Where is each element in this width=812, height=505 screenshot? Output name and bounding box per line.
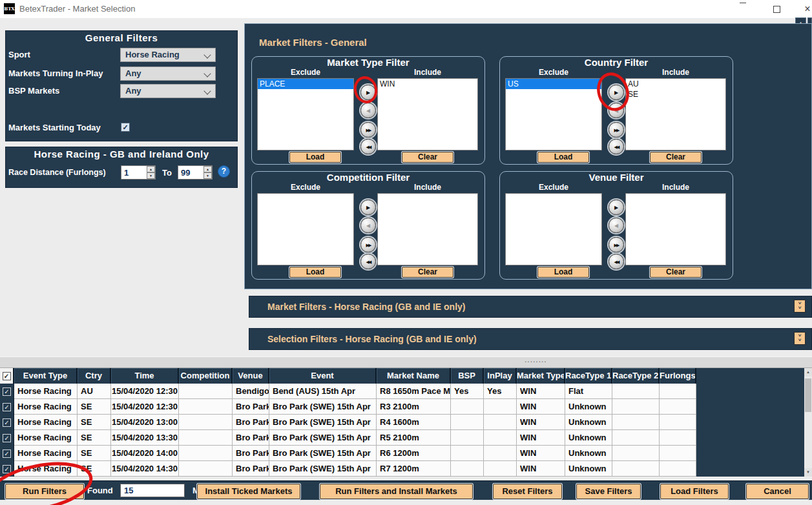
close-button[interactable]: × bbox=[793, 0, 812, 18]
row-checkbox[interactable]: ✓ bbox=[3, 403, 11, 411]
expand-section-button[interactable]: ˅˅ bbox=[794, 300, 806, 313]
move-all-left-button[interactable]: ◀◀ bbox=[609, 254, 624, 269]
spin-down-icon[interactable]: ▼ bbox=[147, 172, 155, 179]
clear-button[interactable]: Clear bbox=[650, 267, 702, 278]
column-header[interactable]: Event bbox=[269, 368, 377, 384]
clear-button[interactable]: Clear bbox=[650, 152, 702, 163]
run-filters-button[interactable]: Run Filters bbox=[5, 484, 84, 499]
clear-button[interactable]: Clear bbox=[402, 267, 453, 278]
move-right-button[interactable]: ▶ bbox=[609, 200, 624, 215]
expand-section-button[interactable]: ˅˅ bbox=[794, 332, 806, 345]
reset-filters-button[interactable]: Reset Filters bbox=[493, 484, 562, 499]
clear-button[interactable]: Clear bbox=[402, 152, 453, 163]
splitter-bar[interactable]: ........ bbox=[0, 356, 812, 368]
sport-dropdown[interactable]: Horse Racing bbox=[120, 48, 216, 62]
include-listbox[interactable] bbox=[625, 193, 726, 265]
column-header[interactable]: Ctry bbox=[78, 368, 111, 384]
load-button[interactable]: Load bbox=[289, 152, 341, 163]
run-and-install-button[interactable]: Run Filters and Install Markets bbox=[320, 484, 473, 499]
column-header[interactable]: InPlay bbox=[484, 368, 517, 384]
row-checkbox[interactable]: ✓ bbox=[3, 418, 11, 427]
splitter-grip[interactable]: ........ bbox=[525, 355, 547, 364]
row-checkbox[interactable]: ✓ bbox=[3, 387, 11, 396]
exclude-listbox[interactable]: US bbox=[505, 78, 602, 150]
move-all-left-button[interactable]: ◀◀ bbox=[360, 139, 376, 154]
include-label: Include bbox=[625, 183, 726, 192]
move-all-right-button[interactable]: ▶▶ bbox=[360, 122, 376, 138]
move-right-button[interactable]: ▶ bbox=[360, 200, 376, 215]
row-checkbox[interactable]: ✓ bbox=[3, 434, 11, 442]
row-checkbox[interactable]: ✓ bbox=[3, 465, 11, 473]
spin-up-icon[interactable]: ▲ bbox=[147, 166, 155, 172]
column-header[interactable]: Furlongs bbox=[660, 368, 696, 384]
move-all-left-button[interactable]: ◀◀ bbox=[360, 254, 376, 269]
table-cell: WIN bbox=[517, 430, 565, 446]
list-item[interactable]: SE bbox=[626, 89, 725, 99]
maximize-button[interactable] bbox=[762, 0, 791, 18]
bsp-markets-dropdown[interactable]: Any bbox=[120, 84, 216, 98]
inplay-dropdown[interactable]: Any bbox=[120, 67, 216, 81]
move-all-right-icon: ▶▶ bbox=[366, 243, 371, 247]
move-right-button[interactable]: ▶ bbox=[360, 85, 376, 100]
column-header[interactable]: Event Type bbox=[14, 368, 78, 384]
column-header[interactable]: RaceType 1 bbox=[565, 368, 612, 384]
include-listbox[interactable]: WIN bbox=[377, 78, 478, 150]
table-scrollbar[interactable]: ▲ ▼ bbox=[804, 368, 812, 477]
distance-to-spinner[interactable]: 99 ▲ ▼ bbox=[178, 165, 213, 180]
help-icon[interactable]: ? bbox=[218, 165, 230, 178]
load-button[interactable]: Load bbox=[289, 267, 341, 278]
scroll-up-icon[interactable]: ▲ bbox=[804, 368, 812, 376]
table-cell: Bro Park bbox=[233, 446, 269, 461]
move-left-button[interactable]: ◀ bbox=[360, 103, 376, 118]
spin-down-icon[interactable]: ▼ bbox=[203, 172, 212, 179]
column-header[interactable]: Market Type bbox=[517, 368, 565, 384]
load-button[interactable]: Load bbox=[537, 152, 589, 163]
install-ticked-markets-button[interactable]: Install Ticked Markets bbox=[197, 484, 300, 499]
load-filters-button[interactable]: Load Filters bbox=[660, 484, 729, 499]
move-all-right-button[interactable]: ▶▶ bbox=[609, 237, 624, 252]
exclude-listbox[interactable] bbox=[505, 193, 602, 265]
table-cell bbox=[451, 430, 484, 446]
move-all-right-button[interactable]: ▶▶ bbox=[360, 237, 376, 252]
include-listbox[interactable]: AUSE bbox=[625, 78, 726, 150]
move-left-button[interactable]: ◀ bbox=[360, 218, 376, 233]
include-listbox[interactable] bbox=[377, 193, 478, 265]
scrollbar-thumb[interactable] bbox=[805, 378, 811, 412]
list-item[interactable]: AU bbox=[626, 79, 725, 89]
cancel-button[interactable]: Cancel bbox=[746, 484, 809, 499]
table-cell: Bro Park (SWE) 15th Apr bbox=[269, 446, 377, 461]
scroll-down-icon[interactable]: ▼ bbox=[804, 468, 812, 477]
column-header[interactable]: BSP bbox=[451, 368, 484, 384]
load-button[interactable]: Load bbox=[537, 267, 589, 278]
column-header[interactable]: Venue bbox=[233, 368, 269, 384]
column-header[interactable]: Time bbox=[111, 368, 179, 384]
column-header[interactable]: RaceType 2 bbox=[612, 368, 660, 384]
starting-today-checkbox[interactable]: ✓ bbox=[121, 123, 130, 132]
exclude-listbox[interactable]: PLACE bbox=[257, 78, 354, 150]
select-all-checkbox[interactable]: ✓ bbox=[3, 372, 11, 380]
spinner-buttons: ▲ ▼ bbox=[203, 166, 212, 179]
exclude-listbox[interactable] bbox=[257, 193, 354, 265]
table-cell: SE bbox=[78, 461, 111, 477]
table-cell: Bendigo bbox=[233, 384, 269, 399]
save-filters-button[interactable]: Save Filters bbox=[576, 484, 641, 499]
move-right-button[interactable]: ▶ bbox=[609, 85, 624, 100]
table-cell: SE bbox=[78, 430, 111, 446]
column-header[interactable]: Market Name bbox=[377, 368, 451, 384]
move-all-right-button[interactable]: ▶▶ bbox=[609, 122, 624, 138]
move-left-button[interactable]: ◀ bbox=[609, 218, 624, 233]
move-left-button[interactable]: ◀ bbox=[609, 103, 624, 118]
found-count-input[interactable]: 15 bbox=[120, 484, 185, 497]
distance-from-spinner[interactable]: 1 ▲ ▼ bbox=[121, 165, 156, 180]
list-item[interactable]: US bbox=[506, 79, 601, 89]
spin-up-icon[interactable]: ▲ bbox=[203, 166, 212, 172]
bsp-markets-value: Any bbox=[125, 86, 141, 96]
row-checkbox[interactable]: ✓ bbox=[3, 449, 11, 458]
table-cell bbox=[612, 446, 660, 461]
minimize-button[interactable] bbox=[729, 0, 757, 18]
list-item[interactable]: PLACE bbox=[258, 79, 353, 89]
list-item[interactable]: WIN bbox=[378, 79, 477, 89]
move-all-left-button[interactable]: ◀◀ bbox=[609, 139, 624, 154]
column-header[interactable]: Competition bbox=[179, 368, 233, 384]
table-cell bbox=[660, 446, 696, 461]
